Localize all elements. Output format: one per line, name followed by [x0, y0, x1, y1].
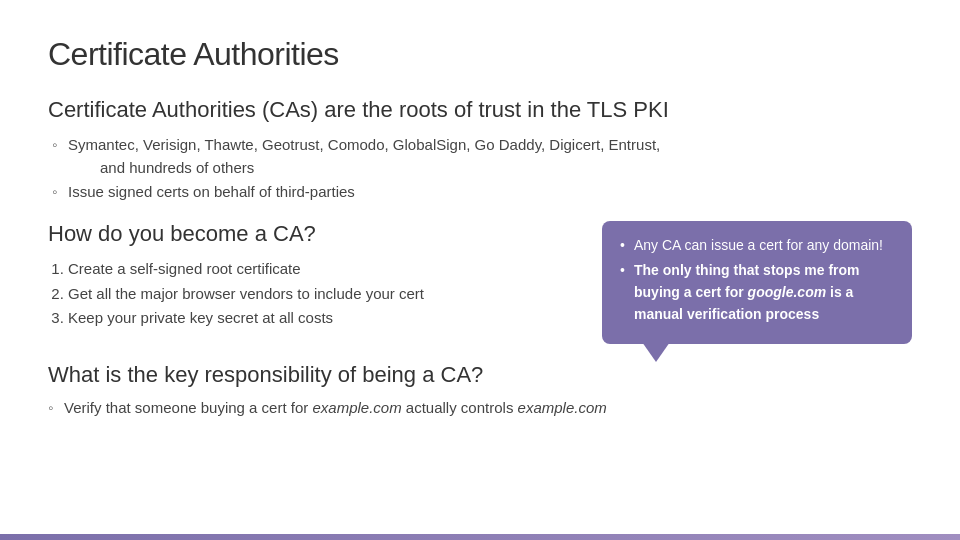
- slide-title: Certificate Authorities: [48, 36, 912, 73]
- step-2: Get all the major browser vendors to inc…: [68, 282, 582, 307]
- bottom-bar: [0, 534, 960, 540]
- intro-bullets: Symantec, Verisign, Thawte, Geotrust, Co…: [48, 133, 912, 203]
- callout-bubble: Any CA can issue a cert for any domain! …: [602, 221, 912, 344]
- bullet-item-1: Symantec, Verisign, Thawte, Geotrust, Co…: [52, 133, 912, 180]
- callout-item-1: Any CA can issue a cert for any domain!: [620, 235, 894, 257]
- step-3: Keep your private key secret at all cost…: [68, 306, 582, 331]
- slide: Certificate Authorities Certificate Auth…: [0, 0, 960, 540]
- intro-heading: Certificate Authorities (CAs) are the ro…: [48, 97, 912, 123]
- what-heading: What is the key responsibility of being …: [48, 362, 912, 388]
- steps-list: Create a self-signed root certificate Ge…: [48, 257, 582, 331]
- bullet-item-2: Issue signed certs on behalf of third-pa…: [52, 180, 912, 203]
- callout-list: Any CA can issue a cert for any domain! …: [620, 235, 894, 326]
- step-1: Create a self-signed root certificate: [68, 257, 582, 282]
- callout-item-2: The only thing that stops me from buying…: [620, 260, 894, 325]
- how-section: How do you become a CA? Create a self-si…: [48, 221, 912, 344]
- bubble-tail: [642, 342, 670, 362]
- how-left: How do you become a CA? Create a self-si…: [48, 221, 582, 331]
- how-heading: How do you become a CA?: [48, 221, 582, 247]
- what-section: What is the key responsibility of being …: [48, 362, 912, 419]
- what-text: Verify that someone buying a cert for ex…: [48, 396, 912, 419]
